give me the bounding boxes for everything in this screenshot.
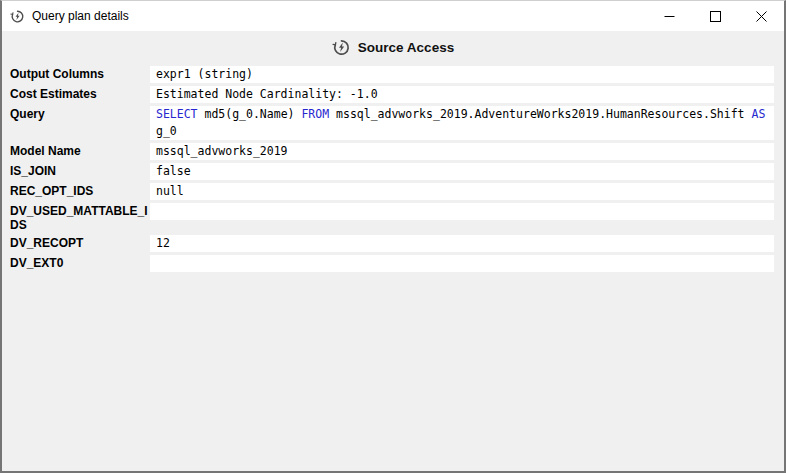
query-plan-details-window: Query plan details: [0, 0, 786, 473]
minimize-icon: [664, 11, 675, 22]
source-access-icon: [332, 38, 351, 57]
property-label: REC_OPT_IDS: [10, 183, 150, 198]
is-join-field[interactable]: false: [150, 163, 774, 180]
window-title: Query plan details: [32, 9, 129, 23]
plan-properties-form: Output Columns expr1 (string) Cost Estim…: [2, 64, 784, 272]
close-button[interactable]: [738, 1, 784, 31]
property-label: Model Name: [10, 143, 150, 158]
property-label: Output Columns: [10, 66, 150, 81]
property-row: Query SELECT md5(g_0.Name) FROM mssql_ad…: [10, 106, 774, 140]
model-name-field[interactable]: mssql_advworks_2019: [150, 143, 774, 160]
property-row: DV_USED_MATTABLE_IDS: [10, 203, 774, 232]
property-label: DV_USED_MATTABLE_IDS: [10, 203, 150, 232]
property-row: Cost Estimates Estimated Node Cardinalit…: [10, 86, 774, 103]
maximize-icon: [710, 11, 721, 22]
property-row: IS_JOIN false: [10, 163, 774, 180]
cost-estimates-field[interactable]: Estimated Node Cardinality: -1.0: [150, 86, 774, 103]
property-label: DV_RECOPT: [10, 235, 150, 250]
close-icon: [756, 11, 767, 22]
property-row: Output Columns expr1 (string): [10, 66, 774, 83]
maximize-button[interactable]: [692, 1, 738, 31]
property-row: Model Name mssql_advworks_2019: [10, 143, 774, 160]
section-header: Source Access: [2, 31, 784, 64]
rec-opt-ids-field[interactable]: null: [150, 183, 774, 200]
property-label: Cost Estimates: [10, 86, 150, 101]
query-plan-icon: [10, 9, 25, 24]
property-row: REC_OPT_IDS null: [10, 183, 774, 200]
property-row: DV_RECOPT 12: [10, 235, 774, 252]
property-label: IS_JOIN: [10, 163, 150, 178]
minimize-button[interactable]: [646, 1, 692, 31]
dv-used-mattable-ids-field[interactable]: [150, 203, 774, 220]
section-title: Source Access: [358, 40, 454, 55]
output-columns-field[interactable]: expr1 (string): [150, 66, 774, 83]
query-field[interactable]: SELECT md5(g_0.Name) FROM mssql_advworks…: [150, 106, 774, 140]
dv-recopt-field[interactable]: 12: [150, 235, 774, 252]
caption-buttons: [646, 1, 784, 31]
dv-ext0-field[interactable]: [150, 255, 774, 272]
titlebar: Query plan details: [2, 1, 784, 31]
property-row: DV_EXT0: [10, 255, 774, 272]
property-label: DV_EXT0: [10, 255, 150, 270]
property-label: Query: [10, 106, 150, 121]
